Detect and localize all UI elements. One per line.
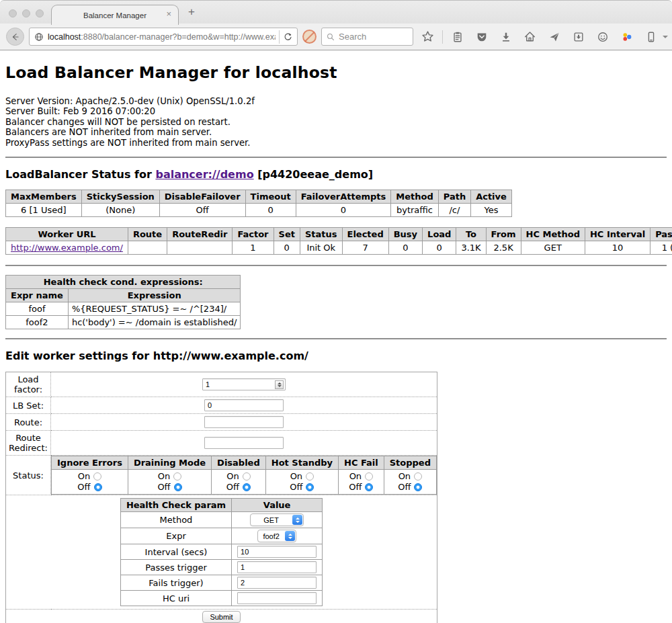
status-ignore-errors-on-radio[interactable]	[93, 472, 101, 481]
col-header: HC Method	[521, 228, 585, 241]
tab-close-icon[interactable]: ×	[166, 9, 171, 19]
device-dropdown-caret-icon[interactable]	[663, 36, 668, 38]
cell: 7	[342, 241, 388, 255]
hc-expr-label: Expr	[120, 528, 231, 544]
col-header: Expr name	[6, 289, 69, 302]
load-factor-input[interactable]	[202, 378, 286, 390]
reload-icon[interactable]	[283, 32, 293, 42]
download-icon[interactable]	[496, 31, 515, 43]
col-header: DisableFailover	[159, 190, 245, 204]
form-row: Submit	[6, 610, 437, 623]
cell: 10	[585, 241, 650, 255]
hc-method-label: Method	[120, 512, 231, 528]
status-stopped-off-radio[interactable]	[414, 483, 422, 491]
hc-uri-input[interactable]	[237, 592, 317, 604]
hc-passes-input[interactable]	[237, 561, 317, 573]
back-button[interactable]	[6, 28, 24, 46]
persist-note-line: Balancer changes will NOT be persisted o…	[5, 117, 667, 127]
hc-interval-input[interactable]	[237, 546, 317, 558]
route-input[interactable]	[204, 416, 284, 428]
hc-fails-input[interactable]	[237, 577, 317, 589]
cell: 0	[388, 241, 422, 255]
window-zoom-button[interactable]	[36, 9, 44, 17]
status-disabled-on-radio[interactable]	[243, 472, 251, 481]
status-cell-disabled: On Off	[212, 470, 266, 495]
status-hot-standby-off-radio[interactable]	[306, 483, 314, 491]
window-close-button[interactable]	[9, 9, 17, 17]
table-row: Method GET	[120, 512, 322, 528]
status-cell-hc-fail: On Off	[339, 470, 384, 495]
status-hc-fail-off-radio[interactable]	[365, 483, 373, 491]
edit-worker-form: Load factor: LB Set: Route: Route Redire…	[5, 372, 437, 623]
cell: Off	[159, 204, 245, 217]
cell: 3.1K	[456, 241, 486, 255]
hc-expr-select[interactable]: foof2	[257, 530, 296, 542]
divider	[5, 338, 667, 339]
form-row: Route Redirect:	[6, 431, 437, 456]
health-check-expressions-table: Health check cond. expressions: Expr nam…	[5, 275, 241, 329]
form-cell: foof2	[232, 528, 323, 544]
home-icon[interactable]	[520, 30, 540, 43]
number-spinner-icon[interactable]	[275, 380, 284, 389]
hc-method-select[interactable]: GET	[250, 513, 304, 526]
worker-url-link[interactable]: http://www.example.com/	[11, 243, 123, 253]
cell: hc('body') =~ /domain is established/	[68, 316, 241, 329]
radio-label: Off	[226, 482, 239, 493]
status-stopped-on-radio[interactable]	[414, 472, 422, 481]
form-cell: GET	[232, 512, 323, 528]
col-header: Health Check param	[120, 499, 231, 512]
search-input[interactable]	[339, 32, 399, 42]
tab-balancer-manager[interactable]: Balancer Manager ×	[51, 5, 179, 25]
window-minimize-button[interactable]	[22, 9, 30, 17]
radio-label: Off	[349, 482, 362, 493]
submit-button[interactable]: Submit	[202, 611, 240, 623]
col-header: Worker URL	[6, 228, 128, 241]
status-ignore-errors-off-radio[interactable]	[94, 483, 102, 491]
toolbar-divider	[442, 30, 443, 44]
col-header: Stopped	[384, 456, 436, 470]
server-version-line: Server Version: Apache/2.5.0-dev (Unix) …	[5, 96, 667, 106]
radio-label: Off	[290, 482, 302, 493]
reading-list-icon[interactable]	[448, 31, 467, 43]
divider	[5, 157, 667, 158]
new-tab-button[interactable]: +	[188, 5, 195, 19]
cell: Init Ok	[300, 241, 342, 255]
bookmark-star-icon[interactable]	[418, 30, 437, 43]
panel-download-icon[interactable]	[569, 31, 588, 43]
form-cell	[51, 372, 437, 397]
status-disabled-off-radio[interactable]	[243, 483, 251, 491]
browser-chrome: Balancer Manager × + localhost:8880/bala…	[0, 0, 672, 50]
url-bar[interactable]: localhost:8880/balancer-manager?b=demo&w…	[29, 28, 298, 46]
col-header: HC Interval	[585, 228, 650, 241]
chat-smiley-icon[interactable]	[593, 31, 612, 43]
send-icon[interactable]	[544, 31, 564, 43]
status-cell-ignore-errors: On Off	[52, 470, 128, 495]
table-row: Interval (secs)	[120, 544, 322, 560]
col-header: Disabled	[212, 456, 266, 470]
radio-label: On	[158, 471, 170, 482]
cell: bytraffic	[391, 204, 438, 217]
content-blocked-icon[interactable]	[302, 30, 317, 44]
health-check-param-table: Health Check param Value Method GET	[120, 498, 323, 606]
radio-label: Off	[157, 482, 170, 493]
cell: 0	[274, 241, 300, 255]
status-draining-mode-on-radio[interactable]	[173, 472, 181, 481]
device-icon[interactable]	[641, 31, 661, 43]
status-hot-standby-on-radio[interactable]	[306, 472, 314, 481]
server-built-line: Server Built: Feb 9 2016 07:00:20	[5, 106, 667, 116]
globe-icon	[34, 32, 44, 42]
colors-icon[interactable]	[617, 31, 636, 43]
route-redirect-input[interactable]	[204, 437, 284, 449]
status-draining-mode-off-radio[interactable]	[174, 483, 182, 491]
inherit-note-line: Balancers are NOT inherited from main se…	[5, 127, 667, 137]
balancer-demo-link[interactable]: balancer://demo	[155, 168, 253, 181]
table-row: On Off On Off On Off On	[52, 470, 437, 495]
cell: 2.5K	[486, 241, 521, 255]
col-header: Hot Standby	[265, 456, 338, 470]
status-hc-fail-on-radio[interactable]	[365, 472, 373, 481]
cell: 0	[423, 241, 456, 255]
load-factor-stepper	[202, 378, 286, 390]
lb-set-input[interactable]	[204, 399, 284, 411]
pocket-icon[interactable]	[472, 31, 491, 43]
search-bar[interactable]	[321, 28, 413, 46]
